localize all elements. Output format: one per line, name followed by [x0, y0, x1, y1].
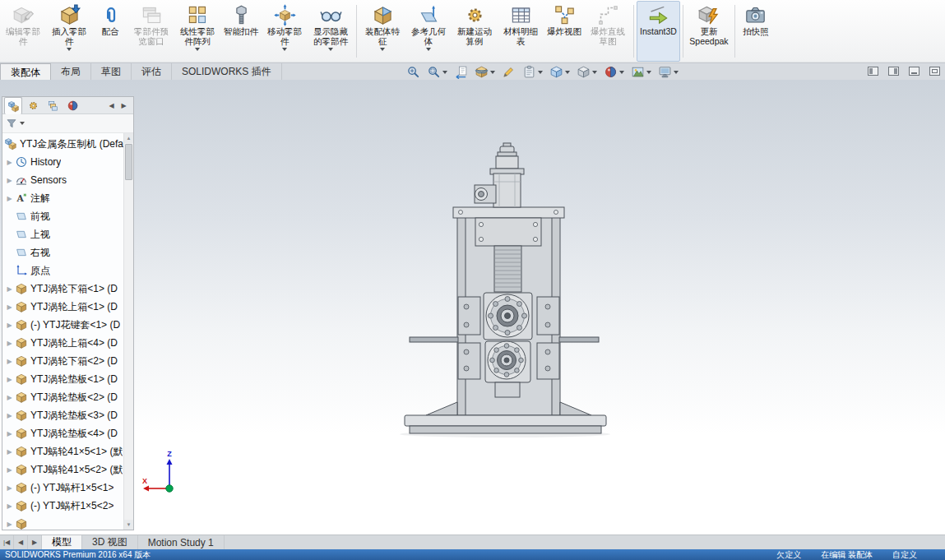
tree-item-history[interactable]: History — [2, 153, 133, 171]
tree-item-component[interactable]: YTJ涡轮垫板<1> (D — [2, 370, 133, 388]
cmd-show-hidden-components-button[interactable]: 显示隐藏的零部件 — [308, 1, 354, 62]
tree-item-front-plane[interactable]: 前视 — [2, 207, 133, 225]
tab-layout[interactable]: 布局 — [51, 63, 91, 80]
chevron-down-icon[interactable] — [674, 71, 679, 74]
chevron-down-icon[interactable] — [538, 71, 543, 74]
tab-assembly[interactable]: 装配体 — [0, 63, 51, 80]
tab-motion-study-1[interactable]: Motion Study 1 — [138, 535, 225, 549]
expand-caret-icon[interactable] — [4, 358, 15, 365]
expand-caret-icon[interactable] — [4, 376, 15, 383]
expand-caret-icon[interactable] — [4, 430, 15, 437]
configuration-manager-tab[interactable] — [44, 98, 62, 113]
scroll-up-icon[interactable] — [124, 133, 133, 143]
previous-view-button[interactable] — [452, 65, 470, 79]
expand-caret-icon[interactable] — [4, 195, 15, 202]
first-tab-button[interactable] — [0, 535, 14, 549]
cmd-update-speedpak-button[interactable]: 更新 Speedpak — [686, 1, 732, 62]
tab-solidworks-addins[interactable]: SOLIDWORKS 插件 — [172, 63, 282, 80]
chevron-down-icon[interactable] — [328, 48, 333, 51]
view-orientation-button[interactable] — [548, 65, 572, 79]
doc-window-restore-button[interactable] — [929, 67, 940, 76]
cmd-linear-pattern-button[interactable]: 线性零部件阵列 — [174, 1, 220, 62]
cmd-instant3d-button[interactable]: Instant3D — [637, 1, 680, 62]
tab-evaluate[interactable]: 评估 — [132, 63, 172, 80]
tree-item-right-plane[interactable]: 右视 — [2, 243, 133, 261]
display-style-button[interactable] — [575, 65, 599, 79]
view-settings-button[interactable] — [656, 65, 680, 79]
chevron-down-icon[interactable] — [442, 71, 447, 74]
chevron-down-icon[interactable] — [619, 71, 624, 74]
doc-window-prev-button[interactable] — [868, 67, 878, 76]
expand-caret-icon[interactable] — [4, 484, 15, 492]
zoom-area-button[interactable] — [425, 65, 449, 79]
cmd-explode-line-sketch-button[interactable]: 爆炸直线草图 — [585, 1, 631, 62]
cmd-edit-component-button[interactable]: 编辑零部件 — [0, 1, 46, 62]
cmd-mate-button[interactable]: 配合 — [92, 1, 128, 62]
tree-item-component[interactable]: YTJ涡轮垫板<3> (D — [2, 406, 133, 424]
tree-item-component[interactable]: YTJ涡轮上箱<1> (D — [2, 298, 133, 316]
chevron-down-icon[interactable] — [490, 71, 495, 74]
status-custom-button[interactable]: 自定义 — [892, 549, 917, 560]
cmd-move-component-button[interactable]: 移动零部件 — [262, 1, 308, 62]
chevron-down-icon[interactable] — [195, 48, 200, 51]
tab-3d-views[interactable]: 3D 视图 — [82, 535, 138, 549]
feature-manager-tab[interactable] — [4, 97, 22, 114]
filter-funnel-icon[interactable] — [6, 118, 17, 129]
tab-model[interactable]: 模型 — [42, 535, 82, 549]
tree-item-annotations[interactable]: 注解 — [2, 189, 133, 207]
cmd-reference-geometry-button[interactable]: 参考几何体 — [405, 1, 452, 62]
tree-item-root[interactable]: YTJ金属条压制机 (Defau — [2, 135, 133, 153]
tree-item-top-plane[interactable]: 上视 — [2, 225, 133, 243]
section-view-button[interactable] — [473, 65, 497, 79]
annotation-view-button[interactable] — [500, 65, 517, 79]
expand-caret-icon[interactable] — [4, 466, 15, 474]
tree-item-component[interactable]: YTJ涡轮上箱<4> (D — [2, 334, 133, 352]
scrollbar-thumb[interactable] — [125, 144, 132, 180]
doc-window-minimize-button[interactable] — [909, 67, 920, 76]
tree-item-component[interactable]: YTJ涡轮垫板<4> (D — [2, 424, 133, 442]
assembly-model-view[interactable]: Z X — [0, 80, 945, 535]
cmd-assembly-features-button[interactable]: 装配体特征 — [359, 1, 405, 62]
doc-window-next-button[interactable] — [888, 67, 899, 76]
tab-sketch[interactable]: 草图 — [91, 63, 132, 80]
expand-caret-icon[interactable] — [4, 521, 15, 528]
chevron-down-icon[interactable] — [592, 71, 597, 74]
tree-item-component[interactable]: YTJ涡轮下箱<2> (D — [2, 352, 133, 370]
view-selector-button[interactable] — [521, 65, 544, 79]
zoom-fit-button[interactable] — [405, 65, 422, 79]
apply-scene-button[interactable] — [629, 65, 653, 79]
expand-caret-icon[interactable] — [4, 448, 15, 456]
expand-caret-icon[interactable] — [4, 502, 15, 510]
tree-item-component[interactable]: YTJ涡轮垫板<2> (D — [2, 388, 133, 406]
cmd-take-snapshot-button[interactable]: 拍快照 — [738, 1, 774, 62]
tree-item-component[interactable]: (-) YTJ蜗杆1×5<1> — [2, 479, 133, 497]
cmd-smart-fasteners-button[interactable]: 智能扣件 — [220, 1, 262, 62]
expand-caret-icon[interactable] — [4, 340, 15, 347]
tree-scrollbar[interactable] — [123, 133, 133, 530]
expand-caret-icon[interactable] — [4, 285, 15, 293]
tree-item-component[interactable]: YTJ涡轮下箱<1> (D — [2, 280, 133, 298]
scroll-down-icon[interactable] — [124, 520, 133, 530]
property-manager-tab[interactable] — [24, 98, 42, 113]
expand-caret-icon[interactable] — [4, 159, 15, 166]
previous-tab-button[interactable] — [14, 535, 28, 549]
expand-caret-icon[interactable] — [4, 322, 15, 329]
chevron-down-icon[interactable] — [646, 71, 651, 74]
cmd-bill-of-materials-button[interactable]: 材料明细表 — [498, 1, 544, 62]
expand-caret-icon[interactable] — [4, 177, 15, 184]
chevron-down-icon[interactable] — [380, 48, 385, 51]
panel-tab-scroll-right-button[interactable] — [118, 100, 129, 112]
cmd-component-preview-button[interactable]: 零部件预览窗口 — [128, 1, 174, 62]
cmd-new-motion-study-button[interactable]: 新建运动算例 — [452, 1, 498, 62]
tree-item-partial[interactable] — [2, 515, 133, 530]
expand-caret-icon[interactable] — [4, 412, 15, 419]
tree-item-component[interactable]: (-) YTJ花键套<1> (D — [2, 316, 133, 334]
next-tab-button[interactable] — [28, 535, 42, 549]
tree-item-component[interactable]: YTJ蜗轮41×5<1> (默 — [2, 442, 133, 460]
expand-caret-icon[interactable] — [4, 394, 15, 401]
edit-appearance-button[interactable] — [602, 65, 626, 79]
chevron-down-icon[interactable] — [67, 48, 72, 51]
cmd-exploded-view-button[interactable]: 爆炸视图 — [544, 1, 585, 62]
tree-item-origin[interactable]: 原点 — [2, 261, 133, 280]
chevron-down-icon[interactable] — [565, 71, 570, 74]
